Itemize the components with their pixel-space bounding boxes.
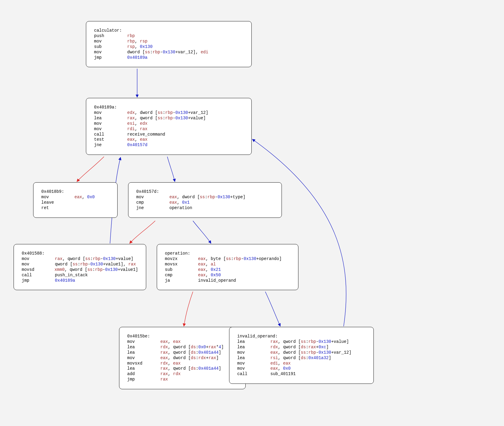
operand-token: rax xyxy=(270,339,278,345)
operand-token: , xyxy=(278,361,283,366)
operand-token: xmm0 xyxy=(55,267,65,273)
block-label: calculator: xyxy=(94,28,244,33)
operand-token: rbp xyxy=(93,256,100,262)
operand-token: eax xyxy=(270,366,278,371)
asm-line: moveax, dword [ds:rdx+rax] xyxy=(127,356,238,361)
block-label: 0x4015be: xyxy=(127,334,238,339)
operand-token: , xyxy=(65,267,70,273)
mnemonic: mov xyxy=(41,195,74,200)
operand-token: * xyxy=(216,345,219,350)
operand-token: qword [ xyxy=(55,262,73,267)
operand-token: , xyxy=(168,350,173,356)
operand-token: ds xyxy=(191,345,196,350)
operand-token: +var_12] xyxy=(188,110,208,116)
mnemonic: jmp xyxy=(127,377,160,382)
edge-e1 xyxy=(77,157,104,182)
asm-line: moveax, dword [ss:rbp-0x130+type] xyxy=(136,195,274,200)
operand-token: , xyxy=(177,195,182,200)
operand-token: 0x130 xyxy=(319,350,331,356)
block-label: operation: xyxy=(165,251,290,256)
operand-token: rax xyxy=(308,345,316,350)
cfg-canvas: { "colors": { "bg": "#f3f3f3", "border":… xyxy=(0,0,504,426)
operand-token: , xyxy=(206,256,211,262)
operand-token: +value1] xyxy=(118,267,138,273)
asm-line: subrsp, 0x130 xyxy=(94,44,244,50)
operand-token: , xyxy=(168,371,173,377)
operand-token: , xyxy=(135,39,140,44)
mnemonic: ja xyxy=(165,278,198,283)
operand-token: rsi xyxy=(270,356,278,361)
asm-line: jmp0x40189a xyxy=(22,278,138,283)
operand-token: : xyxy=(205,195,207,200)
operand-token: : xyxy=(306,356,308,361)
operand-token: 0x40189a xyxy=(127,55,147,61)
operand-token: dword [ xyxy=(283,350,301,356)
operand-token: ] xyxy=(219,350,221,356)
operand-token: qword [ xyxy=(70,267,87,273)
mnemonic: ret xyxy=(41,205,74,211)
edge-e6 xyxy=(184,292,193,326)
asm-line: movrdi, rax xyxy=(94,127,244,132)
asm-line: moveax, 0x0 xyxy=(237,366,366,371)
operand-token: eax xyxy=(283,361,291,366)
mnemonic: lea xyxy=(237,356,270,361)
edge-e8 xyxy=(252,139,346,326)
mnemonic: movzx xyxy=(165,256,198,262)
asm-line: testeax, eax xyxy=(94,137,244,143)
mnemonic: mov xyxy=(127,356,160,361)
operand-token: rdx xyxy=(198,356,206,361)
operand-token: , xyxy=(278,350,283,356)
operand-token: - xyxy=(100,256,103,262)
operand-token: , xyxy=(135,44,140,50)
mnemonic: jne xyxy=(94,143,127,148)
operand-token: dword [ xyxy=(173,356,191,361)
operand-token: rax xyxy=(127,116,135,121)
operand-token: edi xyxy=(201,50,208,55)
operand-token: 0x40157d xyxy=(127,143,147,148)
edge-e7 xyxy=(265,292,280,326)
operand-token: rbp xyxy=(153,50,160,55)
operand-token: push_in_stack xyxy=(55,273,88,278)
operand-token: rbp xyxy=(127,39,135,44)
operand-token: , xyxy=(278,345,283,350)
operand-token: rax xyxy=(128,262,136,267)
operand-token: , xyxy=(206,267,211,273)
operand-token: 0xc xyxy=(319,345,326,350)
asm-line: movsxdrdx, eax xyxy=(127,361,238,366)
operand-token: dword [ xyxy=(182,195,200,200)
asm-line: jneoperation xyxy=(136,205,274,211)
operand-token: 0x0 xyxy=(198,345,206,350)
operand-token: al xyxy=(211,262,216,267)
operand-token: , xyxy=(82,195,87,200)
operand-token: byte [ xyxy=(211,256,226,262)
mnemonic: mov xyxy=(94,121,127,127)
operand-token: eax xyxy=(173,339,181,345)
mnemonic: cmp xyxy=(165,273,198,278)
block-label: 0x40189a: xyxy=(94,105,244,110)
operand-token: eax xyxy=(198,262,206,267)
asm-line: learax, qword [ss:rbp-0x130+value] xyxy=(237,339,366,345)
operand-token: ss xyxy=(226,256,231,262)
bb-n7: invalid_operand:learax, qword [ss:rbp-0x… xyxy=(229,327,374,384)
operand-token: +value] xyxy=(188,116,206,121)
operand-token: - xyxy=(173,110,175,116)
operand-token: +operando] xyxy=(256,256,282,262)
operand-token: 0x130 xyxy=(244,256,256,262)
asm-line: cmpeax, 0x50 xyxy=(165,273,290,278)
asm-line: moveax, 0x0 xyxy=(41,195,109,200)
asm-line: callsub_401191 xyxy=(237,371,366,377)
operand-token: : xyxy=(78,262,80,267)
operand-token: eax xyxy=(198,267,206,273)
mnemonic: lea xyxy=(237,345,270,350)
asm-line: ret xyxy=(41,205,109,211)
asm-line: movedi, eax xyxy=(237,361,366,366)
mnemonic: lea xyxy=(127,350,160,356)
operand-token: , xyxy=(177,200,182,205)
mnemonic: jmp xyxy=(94,55,127,61)
mnemonic: lea xyxy=(127,366,160,371)
operand-token: eax xyxy=(169,195,177,200)
operand-token: rbp xyxy=(95,267,102,273)
asm-line: jmprax xyxy=(127,377,238,382)
operand-token: rsp xyxy=(127,44,135,50)
operand-token: esi xyxy=(127,121,135,127)
